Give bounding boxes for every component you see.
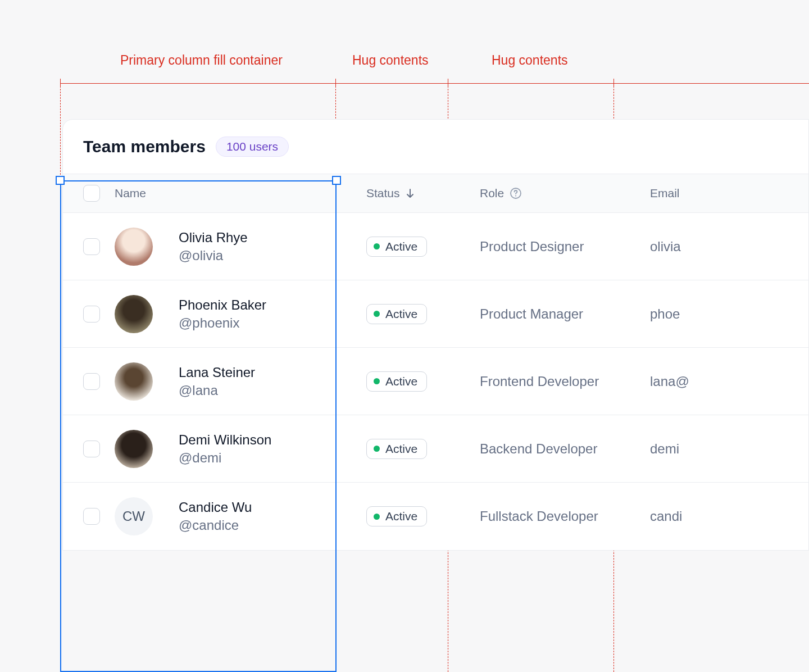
status-dot-icon: [374, 446, 380, 452]
column-header-name[interactable]: Name: [63, 185, 338, 202]
member-handle: @lana: [179, 383, 255, 398]
column-header-status[interactable]: Status: [338, 187, 451, 200]
row-checkbox[interactable]: [83, 373, 100, 390]
row-checkbox[interactable]: [83, 306, 100, 323]
avatar-initials: CW: [122, 508, 145, 524]
status-text: Active: [385, 240, 417, 253]
member-handle: @phoenix: [179, 315, 266, 331]
status-badge: Active: [366, 304, 427, 324]
member-handle: @olivia: [179, 248, 248, 264]
annotation-col1: Primary column fill container: [120, 53, 283, 68]
member-name: Candice Wu: [179, 500, 252, 515]
select-all-checkbox[interactable]: [83, 185, 100, 202]
member-name: Olivia Rhye: [179, 230, 248, 246]
user-count-badge: 100 users: [216, 137, 289, 157]
column-label: Status: [366, 187, 400, 200]
member-email: candi: [650, 508, 682, 524]
annotation-bracket: [60, 79, 809, 90]
annotation-labels: Primary column fill container Hug conten…: [0, 53, 809, 70]
table-header: Name Status Role Email: [63, 174, 808, 213]
annotation-col3: Hug contents: [492, 53, 568, 68]
status-badge: Active: [366, 237, 427, 257]
member-role: Product Manager: [480, 306, 583, 322]
status-badge: Active: [366, 439, 427, 459]
member-email: olivia: [650, 239, 681, 255]
member-role: Backend Developer: [480, 441, 597, 457]
help-icon[interactable]: [510, 187, 522, 199]
status-dot-icon: [374, 311, 380, 317]
team-members-card: Team members 100 users Name Status Role …: [62, 119, 809, 551]
arrow-down-icon: [404, 188, 416, 199]
member-role: Product Designer: [480, 239, 584, 255]
svg-point-1: [515, 195, 516, 196]
column-header-email[interactable]: Email: [616, 187, 808, 200]
selection-handle[interactable]: [56, 176, 65, 185]
member-name: Phoenix Baker: [179, 297, 266, 313]
table-row[interactable]: Demi Wilkinson @demi Active Backend Deve…: [63, 415, 808, 483]
card-title: Team members: [83, 137, 206, 156]
status-badge: Active: [366, 506, 427, 526]
member-role: Fullstack Developer: [480, 508, 598, 524]
member-handle: @demi: [179, 450, 271, 466]
status-text: Active: [385, 510, 417, 523]
column-label: Email: [650, 187, 680, 200]
row-checkbox[interactable]: [83, 238, 100, 255]
avatar: CW: [115, 497, 153, 535]
status-text: Active: [385, 442, 417, 456]
column-label: Name: [115, 187, 146, 200]
table-row[interactable]: CW Candice Wu @candice Active Fullstack …: [63, 483, 808, 550]
member-role: Frontend Developer: [480, 374, 599, 389]
column-header-role[interactable]: Role: [451, 187, 616, 200]
table-row[interactable]: Olivia Rhye @olivia Active Product Desig…: [63, 213, 808, 280]
table-row[interactable]: Lana Steiner @lana Active Frontend Devel…: [63, 348, 808, 415]
member-name: Demi Wilkinson: [179, 432, 271, 448]
row-checkbox[interactable]: [83, 508, 100, 525]
status-dot-icon: [374, 243, 380, 249]
member-email: phoe: [650, 306, 680, 322]
member-email: demi: [650, 441, 679, 457]
annotation-col2: Hug contents: [352, 53, 429, 68]
avatar: [115, 362, 153, 401]
member-name: Lana Steiner: [179, 365, 255, 380]
status-text: Active: [385, 375, 417, 388]
status-dot-icon: [374, 514, 380, 520]
status-text: Active: [385, 307, 417, 321]
avatar: [115, 295, 153, 333]
status-badge: Active: [366, 371, 427, 392]
guide-line: [60, 83, 61, 672]
status-dot-icon: [374, 378, 380, 384]
member-handle: @candice: [179, 517, 252, 533]
table-row[interactable]: Phoenix Baker @phoenix Active Product Ma…: [63, 280, 808, 348]
column-label: Role: [480, 187, 504, 200]
selection-handle[interactable]: [332, 176, 341, 185]
row-checkbox[interactable]: [83, 441, 100, 457]
avatar: [115, 430, 153, 468]
member-email: lana@: [650, 374, 689, 389]
card-header: Team members 100 users: [63, 120, 808, 174]
avatar: [115, 228, 153, 266]
